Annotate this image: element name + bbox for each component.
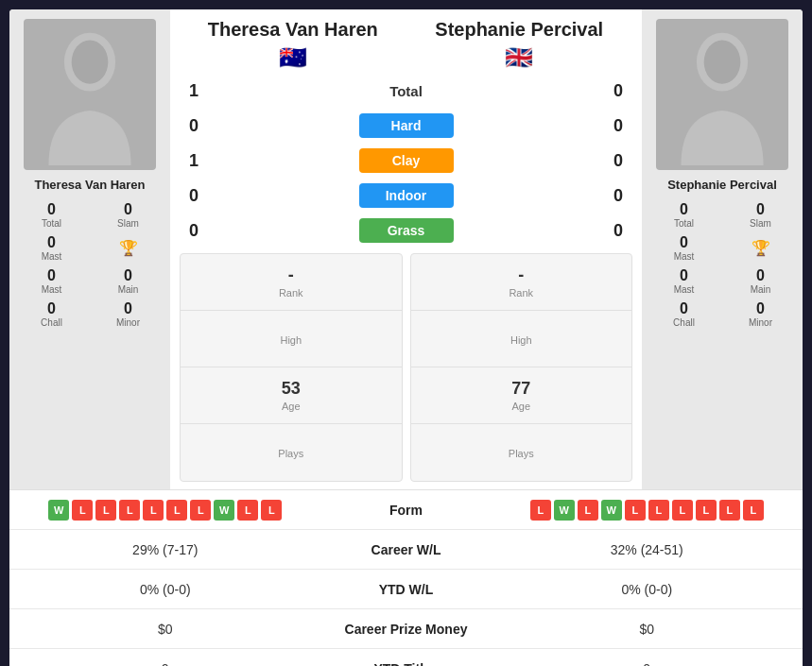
- titles-p2: 0: [492, 661, 803, 666]
- player2-age-row: 77 Age: [411, 367, 632, 424]
- grass-badge: Grass: [359, 218, 454, 243]
- form-badge-l: L: [696, 500, 717, 521]
- player1-minor-cell: 0 Minor: [91, 299, 165, 330]
- player1-minor-label: Minor: [91, 317, 165, 328]
- form-badge-l: L: [119, 500, 140, 521]
- total-label: Total: [359, 83, 454, 99]
- player2-rank-row: - Rank: [411, 254, 632, 311]
- indoor-badge: Indoor: [359, 183, 454, 208]
- player1-rank-label: Rank: [279, 287, 303, 299]
- player1-avatar: [24, 19, 156, 170]
- player1-chall-cell: 0 Chall: [14, 299, 89, 330]
- form-badge-l: L: [237, 500, 258, 521]
- player1-age-value: 53: [282, 379, 301, 399]
- form-row: WLLLLLLWLL Form LWLWLLLLLL: [9, 490, 803, 530]
- player2-chall-cell: 0 Chall: [647, 299, 721, 330]
- player1-chall-value: 0: [14, 300, 89, 317]
- player2-age-value: 77: [511, 379, 530, 399]
- player1-name-header: Theresa Van Haren: [180, 19, 406, 41]
- player1-mast-cell: 0 Mast: [14, 232, 89, 264]
- svg-point-1: [72, 40, 109, 83]
- main-container: Theresa Van Haren 0 Total 0 Slam 0 Mast …: [0, 0, 812, 666]
- player1-rank-row: - Rank: [181, 254, 402, 311]
- player2-plays-label: Plays: [509, 448, 534, 459]
- middle-section: Theresa Van Haren 🇦🇺 Stephanie Percival …: [170, 9, 642, 489]
- prize-p2: $0: [492, 622, 803, 637]
- player2-chall-value: 0: [647, 300, 721, 317]
- player1-high-row: High: [181, 311, 402, 367]
- player2-main-value: 0: [723, 267, 798, 284]
- player1-age-row: 53 Age: [181, 367, 402, 424]
- titles-label: YTD Titles: [321, 661, 492, 666]
- form-badge-l: L: [143, 500, 164, 521]
- form-badge-l: L: [743, 500, 764, 521]
- player1-info-card: - Rank High 53 Age Plays: [180, 253, 403, 482]
- player2-minor-cell: 0 Minor: [723, 299, 798, 330]
- player1-main-value: 0: [91, 267, 165, 284]
- player1-slam-cell: 0 Slam: [91, 199, 165, 231]
- career-wl-label: Career W/L: [321, 542, 492, 557]
- player2-slam-cell: 0 Slam: [723, 199, 798, 231]
- form-badge-l: L: [190, 500, 211, 521]
- player1-mast2-cell: 0 Mast: [14, 265, 89, 297]
- player2-high-label: High: [510, 334, 532, 346]
- form-badge-l: L: [72, 500, 93, 521]
- prize-p1: $0: [9, 622, 321, 637]
- form-label: Form: [321, 503, 492, 518]
- player2-rank-value: -: [518, 265, 524, 285]
- form-badge-l: L: [166, 500, 187, 521]
- prize-row: $0 Career Prize Money $0: [9, 609, 803, 649]
- player2-minor-value: 0: [723, 300, 798, 317]
- form-badge-l: L: [578, 500, 598, 521]
- player2-trophy-cell: 🏆: [723, 232, 798, 264]
- form-badge-l: L: [261, 500, 282, 521]
- form-badge-w: W: [554, 500, 575, 521]
- ytd-wl-row: 0% (0-0) YTD W/L 0% (0-0): [9, 570, 803, 609]
- svg-point-3: [704, 40, 741, 83]
- player1-flag: 🇦🇺: [180, 44, 406, 71]
- clay-badge: Clay: [359, 148, 454, 173]
- player2-mast-value: 0: [647, 234, 721, 251]
- clay-row: 1 Clay 0: [180, 145, 632, 176]
- player2-flag: 🇬🇧: [406, 44, 633, 71]
- form-badge-l: L: [719, 500, 740, 521]
- ytd-wl-label: YTD W/L: [321, 582, 492, 597]
- indoor-score-p1: 0: [180, 186, 208, 206]
- player2-total-label: Total: [647, 218, 721, 229]
- player2-main-cell: 0 Main: [723, 265, 798, 297]
- hard-score-p2: 0: [604, 116, 632, 136]
- player2-form-badges: LWLWLLLLLL: [492, 500, 803, 521]
- player1-mast-label: Mast: [14, 251, 89, 262]
- form-badge-l: L: [625, 500, 646, 521]
- player1-mast-value: 0: [14, 234, 89, 251]
- clay-score-p2: 0: [604, 151, 632, 171]
- player1-plays-row: Plays: [181, 424, 402, 481]
- form-badge-w: W: [48, 500, 69, 521]
- indoor-score-p2: 0: [604, 186, 632, 206]
- score-rows: 1 Total 0 0 Hard 0 1 Clay 0 0: [170, 76, 642, 246]
- grass-row: 0 Grass 0: [180, 215, 632, 246]
- form-badge-l: L: [95, 500, 116, 521]
- career-wl-p2: 32% (24-51): [492, 542, 803, 557]
- total-score-p1: 1: [180, 81, 208, 101]
- player1-high-label: High: [280, 334, 302, 346]
- player1-total-label: Total: [14, 218, 89, 229]
- player2-mast2-value: 0: [647, 267, 721, 284]
- total-score-p2: 0: [604, 81, 632, 101]
- hard-badge: Hard: [359, 113, 454, 138]
- player1-trophy-icon: 🏆: [119, 239, 138, 257]
- titles-row: 0 YTD Titles 0: [9, 649, 803, 666]
- player1-plays-label: Plays: [278, 448, 303, 459]
- career-wl-p1: 29% (7-17): [9, 542, 321, 557]
- player2-name: Stephanie Percival: [667, 178, 777, 192]
- grass-score-p1: 0: [180, 221, 208, 241]
- player2-chall-label: Chall: [647, 317, 721, 328]
- player2-minor-label: Minor: [723, 317, 798, 328]
- player2-total-value: 0: [647, 201, 721, 218]
- player1-header: Theresa Van Haren 🇦🇺: [180, 19, 406, 71]
- ytd-wl-p2: 0% (0-0): [492, 582, 803, 597]
- titles-p1: 0: [9, 661, 321, 666]
- player2-card: Stephanie Percival 0 Total 0 Slam 0 Mast…: [642, 9, 803, 489]
- player2-header: Stephanie Percival 🇬🇧: [406, 19, 633, 71]
- form-badge-l: L: [672, 500, 693, 521]
